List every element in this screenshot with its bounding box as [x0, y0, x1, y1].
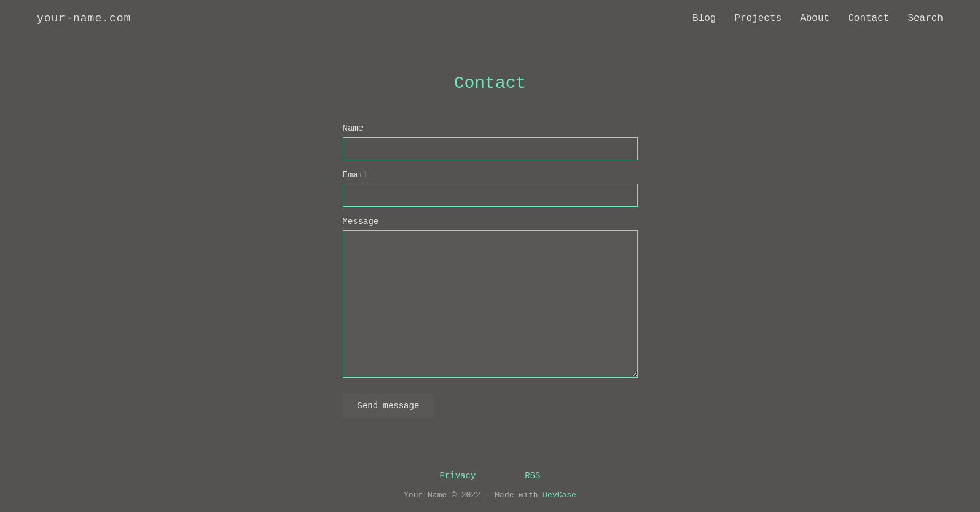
main-content: Contact Name Email Message Send message	[0, 37, 980, 452]
site-header: your-name.com Blog Projects About Contac…	[0, 0, 980, 37]
devcase-link[interactable]: DevCase	[543, 491, 576, 500]
email-form-group: Email	[343, 170, 638, 207]
nav-blog[interactable]: Blog	[692, 13, 716, 24]
name-label: Name	[343, 123, 638, 133]
nav-contact[interactable]: Contact	[848, 13, 889, 24]
message-form-group: Message	[343, 217, 638, 378]
footer-copyright: Your Name © 2022 - Made with DevCase	[12, 491, 968, 500]
main-nav: Blog Projects About Contact Search	[692, 13, 943, 24]
rss-link[interactable]: RSS	[525, 471, 540, 481]
copyright-text: Your Name © 2022 - Made with	[404, 491, 543, 500]
name-form-group: Name	[343, 123, 638, 160]
privacy-link[interactable]: Privacy	[439, 471, 476, 481]
nav-search[interactable]: Search	[907, 13, 943, 24]
email-input[interactable]	[343, 184, 638, 207]
nav-projects[interactable]: Projects	[734, 13, 782, 24]
site-logo[interactable]: your-name.com	[37, 12, 131, 25]
site-footer: Privacy RSS Your Name © 2022 - Made with…	[0, 452, 980, 512]
page-title: Contact	[454, 74, 527, 93]
nav-about[interactable]: About	[800, 13, 829, 24]
email-label: Email	[343, 170, 638, 180]
message-input[interactable]	[343, 230, 638, 378]
contact-form: Name Email Message Send message	[343, 123, 638, 418]
submit-button[interactable]: Send message	[343, 394, 434, 418]
message-label: Message	[343, 217, 638, 227]
footer-links: Privacy RSS	[12, 471, 968, 481]
name-input[interactable]	[343, 137, 638, 160]
